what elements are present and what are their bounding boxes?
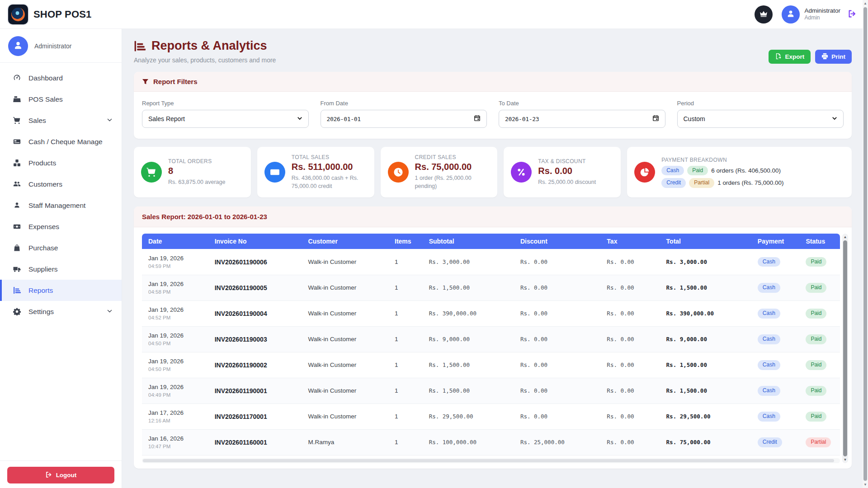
discount-cell: Rs. 0.00 [514, 404, 600, 429]
sidebar-item-settings[interactable]: Settings [0, 301, 122, 322]
column-header-status: Status [799, 234, 840, 249]
vertical-scrollbar-thumb[interactable] [843, 240, 847, 456]
report-table-body: Jan 19, 202604:59 PMINV202601190006Walk-… [142, 249, 840, 455]
from-date-input[interactable]: 2026-01-01 [321, 110, 487, 128]
summary-card-label: TOTAL SALES [292, 154, 367, 160]
payment-cell: Cash [751, 300, 800, 326]
table-row: Jan 17, 202612:16 AMINV202601170001Walk-… [142, 404, 840, 429]
column-header-subtotal: Subtotal [423, 234, 514, 249]
filters-body: Report Type Sales Report From Date 2026-… [134, 92, 852, 139]
summary-card-value: 8 [168, 166, 225, 176]
shopping-bag-icon [13, 244, 21, 252]
sidebar-item-staff-management[interactable]: Staff Management [0, 195, 122, 216]
table-wrap: DateInvoice NoCustomerItemsSubtotalDisco… [142, 234, 840, 463]
invoice-cell: INV202601190001 [208, 378, 302, 404]
export-button[interactable]: Export [769, 50, 811, 64]
brand[interactable]: SHOP POS1 [8, 5, 92, 24]
row-time: 04:58 PM [148, 289, 202, 295]
period-value: Custom [684, 115, 705, 122]
payment-badge: Cash [758, 309, 780, 319]
report-type-select[interactable]: Sales Report [142, 110, 309, 128]
to-date-label: To Date [499, 100, 665, 107]
page-scroll-down-arrow[interactable]: ▼ [863, 482, 867, 487]
export-label: Export [785, 53, 804, 60]
logout-button[interactable]: Logout [7, 467, 114, 483]
summary-card-label: TAX & DISCOUNT [538, 158, 596, 164]
status-cell: Paid [799, 275, 840, 300]
period-select[interactable]: Custom [677, 110, 844, 128]
print-button[interactable]: Print [815, 50, 852, 64]
row-time: 04:50 PM [148, 341, 202, 346]
to-date-input[interactable]: 2026-01-23 [499, 110, 665, 128]
page-scroll-up-arrow[interactable]: ▲ [863, 1, 867, 6]
sidebar-item-suppliers[interactable]: Suppliers [0, 258, 122, 280]
scroll-up-arrow[interactable]: ▲ [844, 235, 847, 239]
total-cell: Rs. 1,500.00 [660, 378, 751, 404]
customer-cell: Walk-in Customer [302, 352, 388, 378]
page-scrollbar-thumb[interactable] [863, 7, 867, 481]
users-icon [13, 180, 21, 188]
scroll-down-arrow[interactable]: ▼ [844, 457, 847, 462]
payment-breakdown-row: CreditPartial1 orders (Rs. 75,000.00) [661, 178, 783, 188]
summary-card-value: Rs. 511,000.00 [292, 162, 367, 172]
sidebar-item-dashboard[interactable]: Dashboard [0, 67, 122, 89]
tax-cell: Rs. 0.00 [600, 326, 660, 352]
summary-card-body: CREDIT SALESRs. 75,000.001 order (Rs. 25… [415, 154, 491, 190]
table-row: Jan 19, 202604:59 PMINV202601190006Walk-… [142, 249, 840, 275]
table-horizontal-scrollbar[interactable] [142, 458, 840, 463]
row-date: Jan 19, 2026 [148, 281, 202, 287]
subtotal-cell: Rs. 390,000.00 [423, 300, 514, 326]
sidebar-item-customers[interactable]: Customers [0, 174, 122, 195]
page-scrollbar[interactable]: ▲ ▼ [863, 0, 868, 488]
date-cell: Jan 19, 202604:49 PM [142, 378, 208, 404]
to-date-value: 2026-01-23 [505, 116, 539, 122]
payment-badge: Credit [758, 437, 782, 447]
logout-label: Logout [56, 472, 77, 479]
invoice-cell: INV202601190003 [208, 326, 302, 352]
summary-card-credit-sales: CREDIT SALESRs. 75,000.001 order (Rs. 25… [381, 147, 498, 197]
sidebar-item-products[interactable]: Products [0, 152, 122, 174]
filters-header: Report Filters [134, 72, 852, 92]
report-type-value: Sales Report [148, 115, 185, 122]
row-date: Jan 19, 2026 [148, 255, 202, 262]
date-cell: Jan 16, 202610:47 PM [142, 429, 208, 455]
payment-breakdown-label: PAYMENT BREAKDOWN [661, 157, 783, 163]
speedometer-icon [13, 74, 21, 82]
tax-cell: Rs. 0.00 [600, 429, 660, 455]
person-icon [13, 202, 21, 209]
items-cell: 1 [388, 249, 423, 275]
calendar-icon[interactable] [652, 115, 659, 123]
discount-cell: Rs. 0.00 [514, 326, 600, 352]
user-avatar [782, 5, 800, 23]
user-menu[interactable]: Administrator Admin [782, 5, 840, 23]
funnel-icon [142, 78, 149, 85]
profile-name: Administrator [34, 42, 71, 50]
total-cell: Rs. 29,500.00 [660, 404, 751, 429]
payment-badge: Cash [758, 257, 780, 267]
sidebar-item-label: Products [28, 159, 56, 167]
person-icon [13, 40, 23, 52]
horizontal-scrollbar-thumb[interactable] [143, 459, 834, 462]
navbar-logout-button[interactable] [848, 9, 856, 19]
sidebar-item-reports[interactable]: Reports [0, 280, 122, 301]
logout-icon [45, 471, 52, 479]
period-label: Period [677, 100, 844, 107]
header-actions: Export Print [769, 50, 852, 64]
date-cell: Jan 19, 202604:59 PM [142, 249, 208, 275]
sidebar-item-sales[interactable]: Sales [0, 110, 122, 131]
crown-button[interactable] [755, 5, 773, 23]
brand-name: SHOP POS1 [33, 9, 92, 20]
sidebar-item-purchase[interactable]: Purchase [0, 237, 122, 258]
summary-card-label: TOTAL ORDERS [168, 158, 225, 164]
gear-icon [13, 308, 21, 315]
sidebar-item-cash-cheque-manage[interactable]: Cash / Cheque Manage [0, 131, 122, 152]
row-time: 04:59 PM [148, 263, 202, 269]
subtotal-cell: Rs. 9,000.00 [423, 326, 514, 352]
file-export-icon [775, 53, 782, 61]
invoice-cell: INV202601190005 [208, 275, 302, 300]
discount-cell: Rs. 0.00 [514, 275, 600, 300]
sidebar-item-expenses[interactable]: Expenses [0, 216, 122, 237]
calendar-icon[interactable] [474, 115, 481, 123]
sidebar-item-pos-sales[interactable]: POS Sales [0, 89, 122, 110]
table-vertical-scrollbar[interactable]: ▲ ▼ [842, 234, 848, 463]
